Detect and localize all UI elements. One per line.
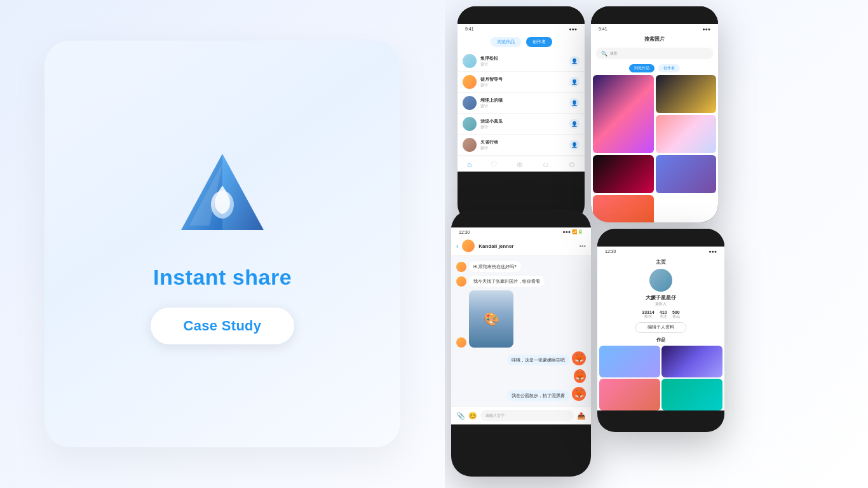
- msg-image-mona: 🎨: [469, 290, 513, 348]
- notch-bump: [489, 9, 553, 22]
- photo-cell-3: [656, 115, 717, 153]
- msg-row-3: 🦊 哇哦，这是一张蒙娜丽莎吧: [456, 351, 586, 365]
- stat-fans-label: 粉丝: [642, 315, 654, 319]
- msg-bubble-2: 我今天找了张廊川国片，给你看看: [469, 276, 545, 287]
- case-study-button[interactable]: Case Study: [151, 308, 295, 344]
- works-section-label: 作品: [597, 337, 724, 343]
- follower-sub-3: 设计: [480, 104, 566, 109]
- msg-emoji-2: 🦊: [574, 369, 586, 383]
- left-panel: Instant share Case Study: [0, 0, 445, 488]
- tab-browse[interactable]: 浏览作品: [491, 37, 521, 47]
- search-screen: 9:41 ●●● 搜索照片 🔍 摄影 浏览作品 创作者: [591, 24, 718, 222]
- follower-avatar-3: [463, 96, 477, 110]
- profile-screen: 12:30 ●●● 主页 大媛子星星仔 摄影人 33314 粉丝 410 关注: [597, 247, 724, 410]
- phone-notch-br: [597, 229, 724, 247]
- follower-avatar-2: [463, 75, 477, 89]
- nav-add[interactable]: ⊕: [517, 160, 523, 169]
- search-bar[interactable]: 🔍 摄影: [596, 48, 713, 59]
- followers-tabs: 浏览作品 创作者: [458, 33, 585, 51]
- msg-row-1: Hi,滑翔布伤在这好吗?: [456, 261, 586, 272]
- profile-username: 大媛子星星仔: [597, 294, 724, 301]
- status-bar-br: 12:30 ●●●: [597, 247, 724, 255]
- chat-avatar: [462, 240, 475, 252]
- edit-profile-button[interactable]: 编辑个人资料: [635, 322, 686, 333]
- app-title: Instant share: [153, 265, 292, 290]
- status-bar-tl: 9:41 ●●●: [458, 24, 585, 33]
- chat-input-field[interactable]: 请输入文字: [480, 410, 574, 421]
- chat-name: Kandall jenner: [478, 243, 513, 249]
- nav-home[interactable]: ⌂: [467, 160, 471, 169]
- follower-name-5: 欠省行动: [480, 139, 566, 146]
- search-icon: 🔍: [601, 51, 607, 57]
- msg-bubble-1: Hi,滑翔布伤在这好吗?: [469, 261, 521, 272]
- msg-row-4: 🦊 我在公园散步，拍了照黑雾: [456, 387, 586, 401]
- follower-avatar-4: [463, 117, 477, 131]
- status-bar-bl: 12:30 ●●● 📶🔋: [451, 227, 591, 236]
- works-grid: [597, 346, 724, 410]
- follow-btn-5[interactable]: 👤: [569, 140, 580, 150]
- phone-notch-bl: [451, 210, 591, 227]
- logo-container: [172, 144, 273, 246]
- stat-works-label: 作品: [672, 315, 680, 319]
- follower-item-2: 徒月智导号 设计 👤: [458, 72, 585, 93]
- stat-following: 410 关注: [660, 310, 667, 319]
- msg-bubble-3: 哇哦，这是一张蒙娜丽莎吧: [507, 355, 569, 365]
- chat-more-button[interactable]: •••: [579, 243, 586, 250]
- follow-btn-3[interactable]: 👤: [569, 98, 580, 108]
- phone-followers: 9:41 ●●● 浏览作品 创作者 鱼浮松松 设计 👤: [458, 6, 585, 222]
- status-bar-tr: 9:41 ●●●: [591, 24, 718, 33]
- msg-bubble-4: 我在公园散步，拍了照黑雾: [507, 390, 569, 401]
- stat-following-num: 410: [660, 310, 667, 315]
- follower-info-3: 埋理上的猫 设计: [480, 97, 566, 109]
- photo-grid: [591, 75, 718, 222]
- photo-cell-1: [593, 75, 654, 153]
- photo-cell-2: [656, 75, 717, 113]
- right-panel: 9:41 ●●● 浏览作品 创作者 鱼浮松松 设计 👤: [445, 0, 868, 488]
- stat-fans: 33314 粉丝: [642, 310, 654, 319]
- follower-avatar-5: [463, 138, 477, 152]
- follow-btn-4[interactable]: 👤: [569, 119, 580, 129]
- phone-chat: 12:30 ●●● 📶🔋 ‹ Kandall jenner ••• Hi,滑翔布…: [451, 210, 591, 477]
- notch-bump-br: [629, 231, 693, 244]
- chat-back-button[interactable]: ‹: [456, 243, 458, 250]
- chat-messages: Hi,滑翔布伤在这好吗? 我今天找了张廊川国片，给你看看 🎨: [451, 256, 591, 406]
- chat-attachment-icon[interactable]: 📎: [456, 412, 465, 420]
- profile-stats: 33314 粉丝 410 关注 500 作品: [597, 310, 724, 319]
- search-tab-creator[interactable]: 创作者: [658, 64, 680, 72]
- nav-messages[interactable]: ☺: [542, 160, 550, 169]
- follower-info-2: 徒月智导号 设计: [480, 76, 566, 88]
- follower-sub-2: 设计: [480, 83, 566, 88]
- follower-item-3: 埋理上的猫 设计 👤: [458, 93, 585, 114]
- search-tabs: 浏览作品 创作者: [591, 62, 718, 75]
- follower-name-3: 埋理上的猫: [480, 97, 566, 104]
- follow-btn-2[interactable]: 👤: [569, 77, 580, 87]
- follower-info-4: 活逗小真瓜 设计: [480, 118, 566, 130]
- msg-emoji-1: 🦊: [572, 351, 586, 365]
- page-wrapper: Instant share Case Study 9:41 ●●● 浏览作品 创…: [0, 0, 868, 488]
- follower-item-4: 活逗小真瓜 设计 👤: [458, 114, 585, 135]
- msg-row-image: 🎨: [456, 290, 586, 348]
- nav-search[interactable]: ♡: [491, 160, 498, 169]
- follower-name-1: 鱼浮松松: [480, 55, 566, 62]
- follower-info-1: 鱼浮松松 设计: [480, 55, 566, 67]
- tab-creator[interactable]: 创作者: [526, 37, 552, 47]
- profile-user-sub: 摄影人: [597, 301, 724, 307]
- hero-card: Instant share Case Study: [44, 41, 400, 447]
- photo-cell-6: [593, 195, 654, 222]
- follower-item-5: 欠省行动 设计 👤: [458, 135, 585, 156]
- nav-profile[interactable]: ⊙: [569, 160, 575, 169]
- msg-avatar-img: [456, 337, 466, 348]
- msg-avatar-2: [456, 276, 466, 287]
- chat-screen: 12:30 ●●● 📶🔋 ‹ Kandall jenner ••• Hi,滑翔布…: [451, 227, 591, 424]
- phone-search: 9:41 ●●● 搜索照片 🔍 摄影 浏览作品 创作者: [591, 6, 718, 222]
- follow-btn-1[interactable]: 👤: [569, 56, 580, 66]
- photo-cell-5: [656, 155, 717, 193]
- svg-marker-1: [222, 154, 264, 230]
- chat-send-icon[interactable]: 📤: [577, 412, 586, 420]
- chat-input-bar: 📎 😊 请输入文字 📤: [451, 406, 591, 424]
- search-tab-browse[interactable]: 浏览作品: [629, 64, 654, 72]
- msg-avatar-1: [456, 262, 466, 272]
- work-cell-1: [599, 346, 660, 377]
- follower-sub-4: 设计: [480, 125, 566, 130]
- chat-emoji-icon[interactable]: 😊: [468, 412, 477, 420]
